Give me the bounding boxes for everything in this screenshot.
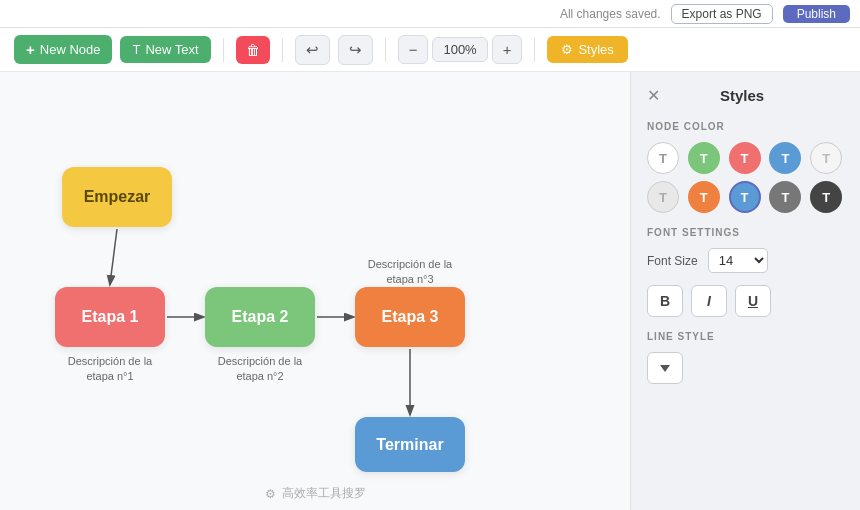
toolbar: + New Node T New Text 🗑 ↩ ↪ − 100% + ⚙ S… [0,28,860,72]
undo-button[interactable]: ↩ [295,35,330,65]
font-settings-label: FONT SETTINGS [647,227,844,238]
line-style-dropdown[interactable] [647,352,683,384]
zoom-controls: − 100% + [398,35,523,64]
color-swatch-green[interactable]: T [688,142,720,174]
line-style-label: LINE STYLE [647,331,844,342]
node-terminar[interactable]: Terminar [355,417,465,472]
text-icon: T [132,42,140,57]
italic-button[interactable]: I [691,285,727,317]
color-swatches: T T T T T T T T T T [647,142,844,213]
color-swatch-gray-light[interactable]: T [647,181,679,213]
node-etapa3-desc: Descripción de laetapa n°3 [350,257,470,288]
watermark: ⚙ 高效率工具搜罗 [265,485,366,502]
node-etapa1[interactable]: Etapa 1 [55,287,165,347]
new-node-button[interactable]: + New Node [14,35,112,64]
underline-button[interactable]: U [735,285,771,317]
close-button[interactable]: ✕ [647,86,660,105]
styles-gear-icon: ⚙ [561,42,573,57]
new-text-label: New Text [145,42,198,57]
node-empezar[interactable]: Empezar [62,167,172,227]
font-size-label: Font Size [647,254,698,268]
line-style-section: LINE STYLE [647,331,844,384]
zoom-in-button[interactable]: + [492,35,523,64]
color-swatch-dark-gray[interactable]: T [769,181,801,213]
export-png-button[interactable]: Export as PNG [671,4,773,24]
node-etapa1-label: Etapa 1 [82,308,139,326]
toolbar-separator-4 [534,38,535,62]
new-node-label: New Node [40,42,101,57]
publish-button[interactable]: Publish [783,5,850,23]
styles-panel: ✕ Styles NODE COLOR T T T T T T T T T T … [630,72,860,510]
toolbar-separator-1 [223,38,224,62]
color-swatch-dark[interactable]: T [810,181,842,213]
font-size-row: Font Size 14 10 12 16 18 20 24 [647,248,844,273]
node-etapa1-desc: Descripción de laetapa n°1 [50,354,170,385]
color-swatch-light[interactable]: T [810,142,842,174]
color-swatch-red[interactable]: T [729,142,761,174]
color-swatch-orange[interactable]: T [688,181,720,213]
node-etapa2[interactable]: Etapa 2 [205,287,315,347]
redo-button[interactable]: ↪ [338,35,373,65]
zoom-value: 100% [432,37,487,62]
node-etapa3[interactable]: Etapa 3 [355,287,465,347]
styles-panel-header: ✕ Styles [647,86,844,105]
node-color-label: NODE COLOR [647,121,844,132]
plus-icon: + [26,41,35,58]
line-style-arrow-icon [660,365,670,372]
node-etapa3-label: Etapa 3 [382,308,439,326]
node-empezar-label: Empezar [84,188,151,206]
styles-panel-title: Styles [660,87,824,104]
italic-icon: I [707,293,711,309]
styles-button[interactable]: ⚙ Styles [547,36,627,63]
zoom-out-button[interactable]: − [398,35,429,64]
canvas[interactable]: Empezar Etapa 1 Descripción de laetapa n… [0,72,630,510]
styles-label: Styles [578,42,613,57]
toolbar-separator-3 [385,38,386,62]
watermark-icon: ⚙ [265,487,276,501]
font-settings-section: FONT SETTINGS Font Size 14 10 12 16 18 2… [647,227,844,317]
new-text-button[interactable]: T New Text [120,36,210,63]
watermark-text: 高效率工具搜罗 [282,485,366,502]
font-size-select[interactable]: 14 10 12 16 18 20 24 [708,248,768,273]
autosave-status: All changes saved. [560,7,661,21]
bold-icon: B [660,293,670,309]
main-area: Empezar Etapa 1 Descripción de laetapa n… [0,72,860,510]
node-terminar-label: Terminar [376,436,443,454]
color-swatch-blue[interactable]: T [769,142,801,174]
format-buttons: B I U [647,285,844,317]
delete-button[interactable]: 🗑 [236,36,270,64]
color-swatch-blue-selected[interactable]: T [729,181,761,213]
node-etapa2-desc: Descripción de laetapa n°2 [200,354,320,385]
color-swatch-white[interactable]: T [647,142,679,174]
bold-button[interactable]: B [647,285,683,317]
trash-icon: 🗑 [246,42,260,58]
node-etapa2-label: Etapa 2 [232,308,289,326]
svg-line-0 [110,229,117,284]
topbar: All changes saved. Export as PNG Publish [0,0,860,28]
toolbar-separator-2 [282,38,283,62]
underline-icon: U [748,293,758,309]
